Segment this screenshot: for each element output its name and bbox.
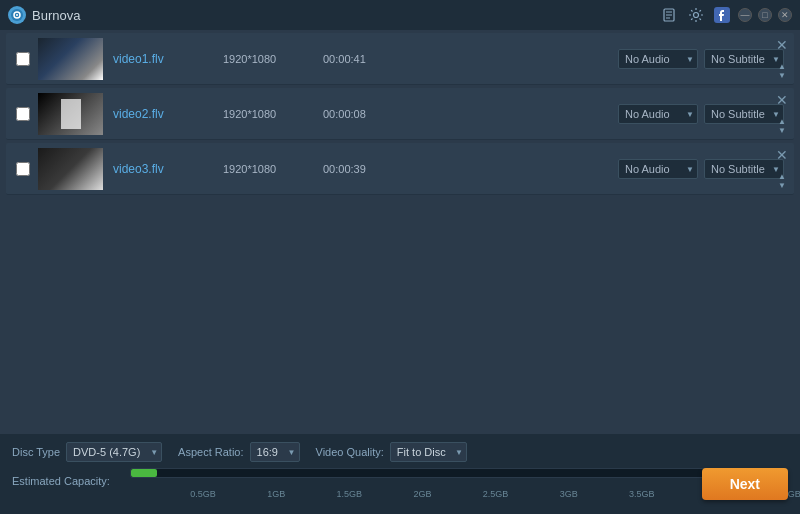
file-duration-0: 00:00:41: [323, 53, 393, 65]
file-nav-icon[interactable]: [660, 5, 680, 25]
remove-file-button-2[interactable]: ✕: [776, 147, 788, 163]
subtitle-select-wrap-0: No Subtitle: [704, 49, 784, 69]
file-resolution-2: 1920*1080: [223, 163, 303, 175]
capacity-area: Estimated Capacity: 0.5GB1GB1.5GB2GB2.5G…: [0, 466, 800, 499]
capacity-mark: 0.5GB: [190, 489, 216, 499]
video-quality-wrap: Fit to Disc: [390, 442, 467, 462]
file-meta-0: 1920*1080 00:00:41 No Audio No Subtitle: [223, 49, 784, 69]
title-bar: Burnova — □ ✕: [0, 0, 800, 30]
minimize-button[interactable]: —: [738, 8, 752, 22]
disc-type-wrap: DVD-5 (4.7G): [66, 442, 162, 462]
bottom-controls: Disc Type DVD-5 (4.7G) Aspect Ratio: 16:…: [0, 434, 800, 466]
remove-file-button-1[interactable]: ✕: [776, 92, 788, 108]
move-down-arrow-2[interactable]: ▼: [778, 182, 786, 190]
disc-type-group: Disc Type DVD-5 (4.7G): [12, 442, 162, 462]
svg-point-2: [16, 14, 18, 16]
capacity-fill: [131, 469, 157, 477]
capacity-bar-container: 0.5GB1GB1.5GB2GB2.5GB3GB3.5GB4GB4.5GB: [130, 468, 788, 493]
audio-select-1[interactable]: No Audio: [618, 104, 698, 124]
file-checkbox-2[interactable]: [16, 162, 30, 176]
file-checkbox-0[interactable]: [16, 52, 30, 66]
row-reorder-arrows-1: ▲ ▼: [778, 118, 786, 135]
close-button[interactable]: ✕: [778, 8, 792, 22]
video-quality-label: Video Quality:: [316, 446, 384, 458]
row-reorder-arrows-2: ▲ ▼: [778, 173, 786, 190]
aspect-ratio-select[interactable]: 16:9: [250, 442, 300, 462]
file-thumbnail-0: [38, 38, 103, 80]
capacity-marks: 0.5GB1GB1.5GB2GB2.5GB3GB3.5GB4GB4.5GB: [130, 479, 788, 493]
video-quality-group: Video Quality: Fit to Disc: [316, 442, 467, 462]
aspect-ratio-group: Aspect Ratio: 16:9: [178, 442, 299, 462]
next-button[interactable]: Next: [702, 468, 788, 500]
file-meta-2: 1920*1080 00:00:39 No Audio No Subtitle: [223, 159, 784, 179]
file-checkbox-1[interactable]: [16, 107, 30, 121]
file-controls-2: No Audio No Subtitle: [618, 159, 784, 179]
aspect-ratio-label: Aspect Ratio:: [178, 446, 243, 458]
title-controls: — □ ✕: [660, 5, 792, 25]
aspect-ratio-wrap: 16:9: [250, 442, 300, 462]
capacity-track: [130, 468, 788, 478]
settings-icon[interactable]: [686, 5, 706, 25]
subtitle-select-wrap-1: No Subtitle: [704, 104, 784, 124]
capacity-mark: 2.5GB: [483, 489, 509, 499]
title-left: Burnova: [8, 6, 80, 24]
capacity-mark: 3GB: [560, 489, 578, 499]
app-title: Burnova: [32, 8, 80, 23]
subtitle-select-wrap-2: No Subtitle: [704, 159, 784, 179]
file-duration-1: 00:00:08: [323, 108, 393, 120]
file-name-1: video2.flv: [113, 107, 213, 121]
capacity-mark: 1GB: [267, 489, 285, 499]
disc-type-label: Disc Type: [12, 446, 60, 458]
capacity-mark: 2GB: [413, 489, 431, 499]
table-row: video2.flv 1920*1080 00:00:08 No Audio N…: [6, 88, 794, 140]
file-list-area: video1.flv 1920*1080 00:00:41 No Audio N…: [0, 30, 800, 434]
file-resolution-1: 1920*1080: [223, 108, 303, 120]
audio-select-wrap-1: No Audio: [618, 104, 698, 124]
facebook-icon[interactable]: [712, 5, 732, 25]
table-row: video3.flv 1920*1080 00:00:39 No Audio N…: [6, 143, 794, 195]
subtitle-select-2[interactable]: No Subtitle: [704, 159, 784, 179]
subtitle-select-1[interactable]: No Subtitle: [704, 104, 784, 124]
move-down-arrow-1[interactable]: ▼: [778, 127, 786, 135]
file-resolution-0: 1920*1080: [223, 53, 303, 65]
subtitle-select-0[interactable]: No Subtitle: [704, 49, 784, 69]
table-row: video1.flv 1920*1080 00:00:41 No Audio N…: [6, 33, 794, 85]
move-up-arrow-2[interactable]: ▲: [778, 173, 786, 181]
file-duration-2: 00:00:39: [323, 163, 393, 175]
capacity-mark: 3.5GB: [629, 489, 655, 499]
move-down-arrow-0[interactable]: ▼: [778, 72, 786, 80]
audio-select-wrap-0: No Audio: [618, 49, 698, 69]
remove-file-button-0[interactable]: ✕: [776, 37, 788, 53]
move-up-arrow-1[interactable]: ▲: [778, 118, 786, 126]
bottom-bar: Disc Type DVD-5 (4.7G) Aspect Ratio: 16:…: [0, 434, 800, 514]
file-controls-0: No Audio No Subtitle: [618, 49, 784, 69]
audio-select-wrap-2: No Audio: [618, 159, 698, 179]
video-quality-select[interactable]: Fit to Disc: [390, 442, 467, 462]
maximize-button[interactable]: □: [758, 8, 772, 22]
svg-point-7: [694, 13, 699, 18]
app-logo: [8, 6, 26, 24]
disc-type-select[interactable]: DVD-5 (4.7G): [66, 442, 162, 462]
capacity-label: Estimated Capacity:: [12, 475, 122, 487]
file-thumbnail-2: [38, 148, 103, 190]
file-thumbnail-1: [38, 93, 103, 135]
audio-select-0[interactable]: No Audio: [618, 49, 698, 69]
file-name-0: video1.flv: [113, 52, 213, 66]
file-meta-1: 1920*1080 00:00:08 No Audio No Subtitle: [223, 104, 784, 124]
audio-select-2[interactable]: No Audio: [618, 159, 698, 179]
row-reorder-arrows-0: ▲ ▼: [778, 63, 786, 80]
file-controls-1: No Audio No Subtitle: [618, 104, 784, 124]
capacity-mark: 1.5GB: [337, 489, 363, 499]
move-up-arrow-0[interactable]: ▲: [778, 63, 786, 71]
file-name-2: video3.flv: [113, 162, 213, 176]
